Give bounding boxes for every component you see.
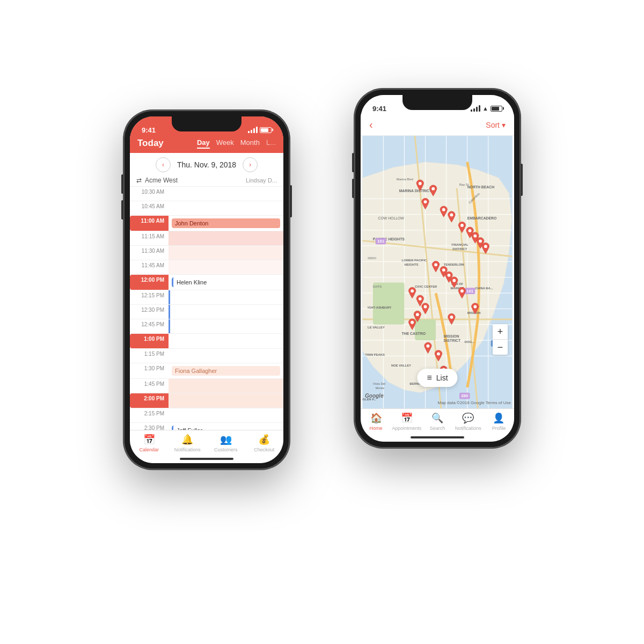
- checkout-nav-icon: 💰: [258, 434, 270, 445]
- svg-text:LE VALLEY: LE VALLEY: [368, 326, 385, 330]
- next-date-button[interactable]: ›: [243, 157, 258, 172]
- date-nav: ‹ Thu. Nov. 9, 2018 ›: [130, 153, 283, 174]
- svg-text:COW HOLLOW: COW HOLLOW: [378, 216, 405, 220]
- event-fiona-gallagher[interactable]: Fiona Gallagher: [172, 366, 280, 376]
- svg-point-73: [479, 239, 482, 243]
- list-view-button[interactable]: ≡ List: [417, 369, 457, 387]
- map-app: 9:41 ▲ ‹: [361, 95, 514, 442]
- svg-point-72: [473, 235, 477, 238]
- map-notifications-nav-label: Notifications: [455, 426, 481, 431]
- calendar-bottom-nav: 📅 Calendar 🔔 Notifications 👥 Customers 💰…: [130, 430, 283, 463]
- zoom-in-button[interactable]: +: [493, 324, 508, 339]
- svg-point-87: [426, 345, 429, 348]
- calendar-app: 9:41 Today: [130, 116, 283, 463]
- map-nav-notifications[interactable]: 💬 Notifications: [453, 412, 484, 431]
- week-tab[interactable]: Week: [216, 138, 234, 149]
- svg-point-86: [450, 316, 453, 319]
- wifi-icon: ▲: [482, 105, 488, 112]
- zoom-out-button[interactable]: −: [493, 340, 508, 355]
- phones-container: 9:41 Today: [80, 67, 564, 577]
- left-status-time: 9:41: [142, 126, 156, 134]
- right-battery-icon: [491, 106, 502, 112]
- slot-1100: 11:00 AM John Denton: [130, 216, 283, 231]
- profile-nav-icon: 👤: [493, 412, 504, 424]
- volume-up-button[interactable]: [121, 174, 123, 194]
- svg-text:LOWER PACIFIC: LOWER PACIFIC: [402, 259, 427, 262]
- notifications-nav-icon: 🔔: [181, 434, 193, 445]
- slot-100: 1:00 PM: [130, 334, 283, 349]
- time-215: 2:15 PM: [130, 408, 169, 422]
- svg-point-71: [469, 229, 472, 232]
- nav-calendar[interactable]: 📅 Calendar: [130, 434, 169, 452]
- svg-text:Vista Del: Vista Del: [373, 382, 385, 385]
- right-volume-up[interactable]: [352, 153, 354, 172]
- svg-point-81: [424, 305, 427, 309]
- appointments-nav-label: Appointments: [392, 426, 421, 431]
- svg-text:EMBARCADERO: EMBARCADERO: [467, 216, 497, 220]
- power-button-left[interactable]: [290, 185, 292, 217]
- nav-notifications[interactable]: 🔔 Notifications: [169, 434, 207, 452]
- svg-point-85: [473, 305, 477, 309]
- svg-point-80: [419, 297, 422, 301]
- svg-text:NOE VALLEY: NOE VALLEY: [391, 364, 411, 367]
- schedule-list: 10:30 AM 10:45 AM 11:00 AM John Denton: [130, 187, 283, 430]
- event-helen-kline[interactable]: Helen Kline: [172, 277, 280, 287]
- time-1145: 11:45 AM: [130, 260, 169, 274]
- right-volume-down[interactable]: [352, 179, 354, 198]
- home-indicator-right: [411, 436, 464, 438]
- svg-text:Marina Blvd: Marina Blvd: [397, 178, 413, 181]
- svg-point-77: [448, 274, 451, 277]
- user-name: Lindsay D...: [246, 177, 277, 184]
- right-status-icons: ▲: [471, 105, 502, 112]
- profile-nav-label: Profile: [492, 426, 506, 431]
- battery-icon: [260, 127, 272, 133]
- left-status-icons: [248, 127, 272, 133]
- day-tab[interactable]: Day: [197, 138, 210, 149]
- nav-customers[interactable]: 👥 Customers: [207, 434, 245, 452]
- svg-point-75: [434, 263, 437, 266]
- slot-130: 1:30 PM Fiona Gallagher: [130, 363, 283, 379]
- back-button[interactable]: ‹: [369, 119, 373, 131]
- slot-1045: 10:45 AM: [130, 201, 283, 216]
- today-tab[interactable]: Today: [137, 138, 164, 149]
- appointments-nav-icon: 📅: [401, 412, 413, 424]
- map-nav-appointments[interactable]: 📅 Appointments: [391, 412, 422, 431]
- right-power-button[interactable]: [521, 164, 523, 196]
- svg-text:HEIGHTS: HEIGHTS: [404, 263, 418, 266]
- svg-text:IGHT-ASHBURY: IGHT-ASHBURY: [368, 306, 391, 309]
- slot-1130: 11:30 AM: [130, 246, 283, 260]
- svg-text:MARINA DISTRICT: MARINA DISTRICT: [399, 189, 432, 193]
- chat-nav-icon: 💬: [462, 412, 474, 424]
- location-name: Acme West: [145, 177, 178, 184]
- svg-text:TWIN PEAKS: TWIN PEAKS: [365, 353, 385, 356]
- svg-text:THE CASTRO: THE CASTRO: [402, 332, 426, 335]
- nav-checkout[interactable]: 💰 Checkout: [245, 434, 284, 452]
- time-1230: 12:30 PM: [130, 305, 169, 319]
- svg-rect-23: [373, 283, 405, 325]
- svg-point-76: [442, 268, 445, 272]
- time-1045: 10:45 AM: [130, 201, 169, 215]
- customers-nav-icon: 👥: [220, 434, 232, 445]
- svg-point-84: [460, 289, 464, 292]
- left-phone-screen: 9:41 Today: [130, 116, 283, 463]
- time-1030: 10:30 AM: [130, 187, 169, 201]
- map-nav-profile[interactable]: 👤 Profile: [484, 412, 514, 431]
- more-tab[interactable]: L...: [266, 138, 276, 149]
- volume-down-button[interactable]: [121, 200, 123, 219]
- slot-1245: 12:45 PM: [130, 319, 283, 334]
- svg-text:280: 280: [461, 393, 469, 398]
- time-1200: 12:00 PM: [130, 275, 169, 290]
- month-tab[interactable]: Month: [240, 138, 260, 149]
- customers-nav-label: Customers: [214, 447, 238, 452]
- event-john-denton[interactable]: John Denton: [172, 218, 280, 228]
- event-jeff-fuller[interactable]: Jeff Fuller: [172, 426, 280, 430]
- map-nav-home[interactable]: 🏠 Home: [361, 412, 391, 431]
- prev-date-button[interactable]: ‹: [156, 157, 171, 172]
- map-nav-search[interactable]: 🔍 Search: [422, 412, 452, 431]
- sort-button[interactable]: Sort ▾: [486, 121, 506, 129]
- svg-point-82: [416, 313, 419, 316]
- map-container[interactable]: MARINA DISTRICT NORTH BEACH COW HOLLOW E…: [361, 136, 514, 408]
- right-status-time: 9:41: [372, 105, 386, 113]
- time-1245: 12:45 PM: [130, 319, 169, 333]
- calendar-nav-label: Calendar: [139, 447, 159, 452]
